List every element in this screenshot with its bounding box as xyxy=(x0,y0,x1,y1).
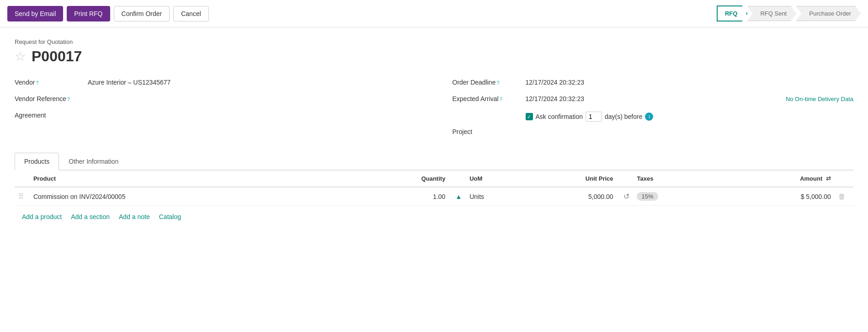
col-forecast-header xyxy=(449,171,466,187)
col-taxes-header: Taxes xyxy=(633,171,734,187)
ask-confirmation-field: Ask confirmation day(s) before i xyxy=(453,109,854,125)
ask-confirmation-days-input[interactable] xyxy=(586,112,602,122)
vendor-reference-field: Vendor Reference? xyxy=(15,92,434,109)
tax-badge: 15% xyxy=(637,192,658,201)
row-forecast[interactable]: ▲ xyxy=(449,187,466,206)
vendor-reference-help-icon[interactable]: ? xyxy=(67,96,70,102)
table-row: ⠿ Commission on INV/2024/00005 1.00 ▲ Un… xyxy=(15,187,853,206)
cancel-button[interactable]: Cancel xyxy=(173,6,209,21)
row-drag-handle[interactable]: ⠿ xyxy=(15,187,30,206)
fields-grid: Vendor? Azure Interior – US12345677 Vend… xyxy=(15,76,853,142)
col-delete-header xyxy=(835,171,853,187)
order-deadline-label: Order Deadline? xyxy=(453,79,526,86)
products-table-container: Product Quantity UoM Unit Price Taxes Am… xyxy=(15,171,853,228)
amount-settings-icon[interactable]: ⇄ xyxy=(826,175,831,182)
ask-confirmation-checkbox[interactable] xyxy=(526,113,533,120)
status-step-purchase-order[interactable]: Purchase Order xyxy=(796,6,861,21)
record-title: ☆ P00017 xyxy=(15,48,853,65)
expected-arrival-field: Expected Arrival? 12/17/2024 20:32:23 No… xyxy=(453,92,854,109)
delete-row-icon[interactable]: 🗑 xyxy=(838,193,846,200)
row-amount: $ 5,000.00 xyxy=(734,187,835,206)
expected-arrival-help-icon[interactable]: ? xyxy=(500,96,502,102)
order-deadline-field: Order Deadline? 12/17/2024 20:32:23 xyxy=(453,76,854,92)
status-breadcrumb: RFQ RFQ Sent Purchase Order xyxy=(717,5,861,21)
agreement-value[interactable] xyxy=(88,112,434,119)
vendor-reference-value[interactable] xyxy=(88,95,434,102)
ask-confirmation-spacer xyxy=(453,112,526,120)
ask-confirmation-row: Ask confirmation day(s) before i xyxy=(526,112,654,122)
ask-confirmation-info-icon[interactable]: i xyxy=(645,112,653,121)
record-id: P00017 xyxy=(32,48,82,65)
send-email-button[interactable]: Send by Email xyxy=(7,6,63,21)
col-reset-header xyxy=(617,171,634,187)
toolbar-actions: Send by Email Print RFQ Confirm Order Ca… xyxy=(7,6,209,21)
add-section-button[interactable]: Add a section xyxy=(67,211,113,222)
left-fields: Vendor? Azure Interior – US12345677 Vend… xyxy=(15,76,434,142)
agreement-field: Agreement xyxy=(15,109,434,125)
vendor-label: Vendor? xyxy=(15,79,88,86)
project-field: Project xyxy=(453,125,854,142)
forecast-icon[interactable]: ▲ xyxy=(455,193,462,200)
status-step-rfq[interactable]: RFQ xyxy=(717,5,747,21)
catalog-button[interactable]: Catalog xyxy=(155,211,185,222)
agreement-label: Agreement xyxy=(15,112,88,119)
reset-price-icon[interactable]: ↺ xyxy=(623,193,629,200)
order-deadline-help-icon[interactable]: ? xyxy=(496,80,499,86)
row-reset[interactable]: ↺ xyxy=(617,187,634,206)
project-value[interactable] xyxy=(526,128,854,135)
table-header-row: Product Quantity UoM Unit Price Taxes Am… xyxy=(15,171,853,187)
no-ontime-delivery-link[interactable]: No On-time Delivery Data xyxy=(786,96,853,102)
add-note-button[interactable]: Add a note xyxy=(115,211,154,222)
row-taxes[interactable]: 15% xyxy=(633,187,734,206)
toolbar: Send by Email Print RFQ Confirm Order Ca… xyxy=(0,0,868,27)
print-rfq-button[interactable]: Print RFQ xyxy=(67,6,110,21)
tab-products[interactable]: Products xyxy=(15,153,59,171)
vendor-field: Vendor? Azure Interior – US12345677 xyxy=(15,76,434,92)
status-step-rfq-sent[interactable]: RFQ Sent xyxy=(747,6,796,21)
col-drag-handle xyxy=(15,171,30,187)
ask-confirmation-label: Ask confirmation xyxy=(536,113,583,120)
row-unit-price[interactable]: 5,000.00 xyxy=(533,187,617,206)
table-footer: Add a product Add a section Add a note C… xyxy=(15,206,853,228)
add-product-button[interactable]: Add a product xyxy=(18,211,65,222)
col-unit-price-header: Unit Price xyxy=(533,171,617,187)
right-fields: Order Deadline? 12/17/2024 20:32:23 Expe… xyxy=(434,76,854,142)
expected-arrival-label: Expected Arrival? xyxy=(453,95,526,102)
favorite-star-icon[interactable]: ☆ xyxy=(15,49,26,64)
col-amount-header: Amount ⇄ xyxy=(734,171,835,187)
row-delete[interactable]: 🗑 xyxy=(835,187,853,206)
days-before-label: day(s) before xyxy=(605,113,642,120)
order-deadline-value[interactable]: 12/17/2024 20:32:23 xyxy=(526,79,854,86)
vendor-value[interactable]: Azure Interior – US12345677 xyxy=(88,79,434,86)
expected-arrival-value[interactable]: 12/17/2024 20:32:23 xyxy=(526,95,780,102)
products-table: Product Quantity UoM Unit Price Taxes Am… xyxy=(15,171,853,206)
row-uom[interactable]: Units xyxy=(466,187,533,206)
tabs: Products Other Information xyxy=(15,153,853,171)
main-content: Request for Quotation ☆ P00017 Vendor? A… xyxy=(0,27,868,332)
row-product[interactable]: Commission on INV/2024/00005 xyxy=(30,187,365,206)
record-label: Request for Quotation xyxy=(15,38,853,45)
col-product-header: Product xyxy=(30,171,365,187)
row-quantity[interactable]: 1.00 xyxy=(365,187,449,206)
col-uom-header: UoM xyxy=(466,171,533,187)
drag-handle-icon[interactable]: ⠿ xyxy=(18,193,24,200)
vendor-reference-label: Vendor Reference? xyxy=(15,95,88,102)
vendor-help-icon[interactable]: ? xyxy=(36,80,38,86)
col-quantity-header: Quantity xyxy=(365,171,449,187)
tab-other-information[interactable]: Other Information xyxy=(59,153,128,171)
project-label: Project xyxy=(453,128,526,135)
confirm-order-button[interactable]: Confirm Order xyxy=(114,6,170,21)
